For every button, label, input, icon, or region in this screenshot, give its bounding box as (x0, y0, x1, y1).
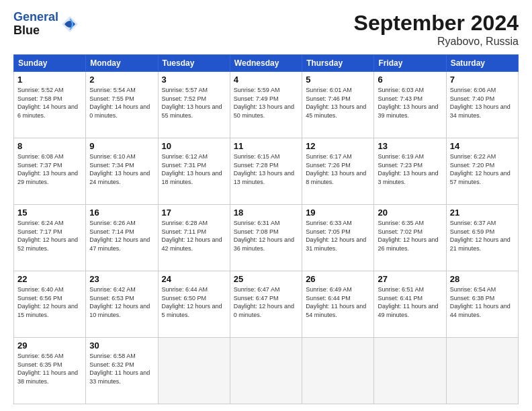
day-number: 28 (450, 274, 515, 284)
day-number: 10 (162, 141, 226, 151)
calendar-day-cell: 13Sunrise: 6:19 AMSunset: 7:23 PMDayligh… (374, 138, 446, 205)
calendar-day-cell: 17Sunrise: 6:28 AMSunset: 7:11 PMDayligh… (158, 205, 230, 271)
month-title: September 2024 (354, 11, 519, 36)
weekday-header-cell: Sunday (14, 55, 86, 72)
day-number: 16 (89, 208, 154, 218)
day-detail: Sunrise: 5:57 AMSunset: 7:52 PMDaylight:… (162, 86, 226, 120)
day-detail: Sunrise: 6:28 AMSunset: 7:11 PMDaylight:… (162, 219, 226, 253)
day-detail: Sunrise: 6:03 AMSunset: 7:43 PMDaylight:… (378, 86, 442, 120)
location: Ryabovo, Russia (354, 36, 519, 48)
calendar-day-cell: 29Sunrise: 6:56 AMSunset: 6:35 PMDayligh… (14, 338, 86, 404)
weekday-header-cell: Friday (374, 55, 446, 72)
day-number: 24 (162, 274, 226, 284)
calendar-day-cell: 2Sunrise: 5:54 AMSunset: 7:55 PMDaylight… (86, 72, 158, 138)
day-detail: Sunrise: 5:54 AMSunset: 7:55 PMDaylight:… (89, 86, 154, 120)
day-detail: Sunrise: 6:12 AMSunset: 7:31 PMDaylight:… (162, 152, 226, 186)
calendar-day-cell (158, 338, 230, 404)
day-number: 30 (89, 340, 154, 351)
day-number: 12 (306, 141, 370, 151)
day-detail: Sunrise: 6:24 AMSunset: 7:17 PMDaylight:… (17, 219, 82, 253)
day-detail: Sunrise: 5:59 AMSunset: 7:49 PMDaylight:… (234, 86, 298, 120)
calendar-day-cell: 15Sunrise: 6:24 AMSunset: 7:17 PMDayligh… (14, 205, 86, 271)
calendar-day-cell: 4Sunrise: 5:59 AMSunset: 7:49 PMDaylight… (230, 72, 302, 138)
day-detail: Sunrise: 6:22 AMSunset: 7:20 PMDaylight:… (450, 152, 515, 186)
day-detail: Sunrise: 6:26 AMSunset: 7:14 PMDaylight:… (89, 219, 154, 253)
calendar-day-cell (446, 338, 518, 404)
calendar-week-row: 1Sunrise: 5:52 AMSunset: 7:58 PMDaylight… (14, 72, 519, 138)
day-number: 23 (89, 274, 154, 284)
day-number: 1 (17, 75, 82, 85)
day-detail: Sunrise: 6:40 AMSunset: 6:56 PMDaylight:… (17, 285, 82, 319)
weekday-header-cell: Tuesday (158, 55, 230, 72)
calendar-day-cell: 25Sunrise: 6:47 AMSunset: 6:47 PMDayligh… (230, 271, 302, 338)
day-detail: Sunrise: 6:56 AMSunset: 6:35 PMDaylight:… (17, 352, 82, 385)
day-number: 14 (450, 141, 515, 151)
calendar-day-cell: 7Sunrise: 6:06 AMSunset: 7:40 PMDaylight… (446, 72, 518, 138)
title-block: September 2024 Ryabovo, Russia (354, 11, 519, 48)
calendar-day-cell (230, 338, 302, 404)
calendar-day-cell: 18Sunrise: 6:31 AMSunset: 7:08 PMDayligh… (230, 205, 302, 271)
calendar-day-cell: 16Sunrise: 6:26 AMSunset: 7:14 PMDayligh… (86, 205, 158, 271)
day-detail: Sunrise: 6:33 AMSunset: 7:05 PMDaylight:… (306, 219, 370, 253)
calendar-body: 1Sunrise: 5:52 AMSunset: 7:58 PMDaylight… (14, 72, 519, 404)
day-number: 9 (89, 141, 154, 151)
day-detail: Sunrise: 6:49 AMSunset: 6:44 PMDaylight:… (306, 285, 370, 319)
day-number: 20 (378, 208, 442, 218)
calendar-day-cell: 24Sunrise: 6:44 AMSunset: 6:50 PMDayligh… (158, 271, 230, 338)
day-detail: Sunrise: 6:47 AMSunset: 6:47 PMDaylight:… (234, 285, 298, 319)
calendar-day-cell: 12Sunrise: 6:17 AMSunset: 7:26 PMDayligh… (302, 138, 374, 205)
day-number: 15 (17, 208, 82, 218)
calendar-day-cell: 23Sunrise: 6:42 AMSunset: 6:53 PMDayligh… (86, 271, 158, 338)
day-number: 7 (450, 75, 515, 85)
calendar-day-cell: 28Sunrise: 6:54 AMSunset: 6:38 PMDayligh… (446, 271, 518, 338)
day-number: 8 (17, 141, 82, 151)
page: General Blue September 2024 Ryabovo, Rus… (0, 0, 532, 411)
calendar-day-cell: 5Sunrise: 6:01 AMSunset: 7:46 PMDaylight… (302, 72, 374, 138)
calendar-day-cell (302, 338, 374, 404)
day-number: 11 (234, 141, 298, 151)
day-detail: Sunrise: 6:42 AMSunset: 6:53 PMDaylight:… (89, 285, 154, 319)
day-number: 25 (234, 274, 298, 284)
day-detail: Sunrise: 6:44 AMSunset: 6:50 PMDaylight:… (162, 285, 226, 319)
calendar-day-cell: 14Sunrise: 6:22 AMSunset: 7:20 PMDayligh… (446, 138, 518, 205)
day-detail: Sunrise: 6:08 AMSunset: 7:37 PMDaylight:… (17, 152, 82, 186)
day-number: 19 (306, 208, 370, 218)
day-number: 17 (162, 208, 226, 218)
day-number: 3 (162, 75, 226, 85)
day-number: 2 (89, 75, 154, 85)
weekday-header-cell: Wednesday (230, 55, 302, 72)
logo-icon (60, 15, 79, 34)
logo: General Blue (13, 11, 79, 38)
calendar-week-row: 29Sunrise: 6:56 AMSunset: 6:35 PMDayligh… (14, 338, 519, 404)
calendar-day-cell: 22Sunrise: 6:40 AMSunset: 6:56 PMDayligh… (14, 271, 86, 338)
day-detail: Sunrise: 6:35 AMSunset: 7:02 PMDaylight:… (378, 219, 442, 253)
day-detail: Sunrise: 6:10 AMSunset: 7:34 PMDaylight:… (89, 152, 154, 186)
weekday-header-row: SundayMondayTuesdayWednesdayThursdayFrid… (14, 55, 519, 72)
weekday-header-cell: Thursday (302, 55, 374, 72)
calendar-day-cell: 8Sunrise: 6:08 AMSunset: 7:37 PMDaylight… (14, 138, 86, 205)
day-detail: Sunrise: 6:17 AMSunset: 7:26 PMDaylight:… (306, 152, 370, 186)
day-number: 29 (17, 340, 82, 351)
calendar-week-row: 22Sunrise: 6:40 AMSunset: 6:56 PMDayligh… (14, 271, 519, 338)
day-number: 18 (234, 208, 298, 218)
calendar-day-cell: 9Sunrise: 6:10 AMSunset: 7:34 PMDaylight… (86, 138, 158, 205)
header: General Blue September 2024 Ryabovo, Rus… (13, 11, 519, 48)
day-number: 13 (378, 141, 442, 151)
day-detail: Sunrise: 6:31 AMSunset: 7:08 PMDaylight:… (234, 219, 298, 253)
calendar-day-cell: 21Sunrise: 6:37 AMSunset: 6:59 PMDayligh… (446, 205, 518, 271)
day-detail: Sunrise: 6:54 AMSunset: 6:38 PMDaylight:… (450, 285, 515, 319)
calendar-day-cell (374, 338, 446, 404)
calendar-week-row: 8Sunrise: 6:08 AMSunset: 7:37 PMDaylight… (14, 138, 519, 205)
day-number: 21 (450, 208, 515, 218)
calendar-day-cell: 6Sunrise: 6:03 AMSunset: 7:43 PMDaylight… (374, 72, 446, 138)
day-detail: Sunrise: 6:37 AMSunset: 6:59 PMDaylight:… (450, 219, 515, 253)
day-number: 27 (378, 274, 442, 284)
calendar-day-cell: 11Sunrise: 6:15 AMSunset: 7:28 PMDayligh… (230, 138, 302, 205)
day-detail: Sunrise: 6:19 AMSunset: 7:23 PMDaylight:… (378, 152, 442, 186)
day-detail: Sunrise: 6:01 AMSunset: 7:46 PMDaylight:… (306, 86, 370, 120)
calendar-day-cell: 30Sunrise: 6:58 AMSunset: 6:32 PMDayligh… (86, 338, 158, 404)
calendar-day-cell: 20Sunrise: 6:35 AMSunset: 7:02 PMDayligh… (374, 205, 446, 271)
day-detail: Sunrise: 6:06 AMSunset: 7:40 PMDaylight:… (450, 86, 515, 120)
day-number: 4 (234, 75, 298, 85)
calendar-table: SundayMondayTuesdayWednesdayThursdayFrid… (13, 54, 519, 404)
